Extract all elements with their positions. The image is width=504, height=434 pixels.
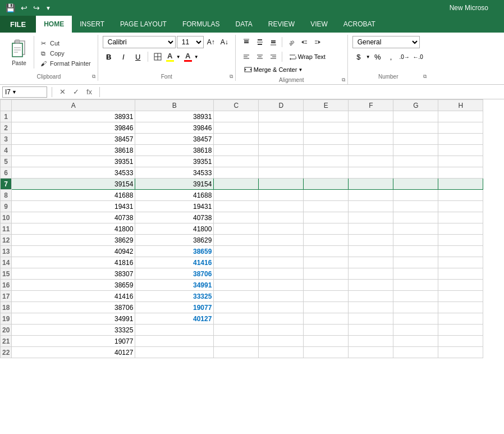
paste-button[interactable]: Paste bbox=[4, 36, 34, 68]
cell-a10[interactable]: 40738 bbox=[12, 212, 135, 223]
fill-color-button[interactable]: A bbox=[166, 52, 174, 62]
col-header-c[interactable]: C bbox=[214, 100, 259, 111]
cell-empty[interactable] bbox=[349, 313, 393, 325]
tab-home[interactable]: HOME bbox=[36, 16, 72, 33]
cell-empty[interactable] bbox=[214, 268, 259, 280]
cell-a16[interactable]: 38659 bbox=[12, 280, 135, 291]
cell-empty[interactable] bbox=[438, 134, 483, 145]
cell-empty[interactable] bbox=[438, 122, 483, 134]
cell-b1[interactable]: 38931 bbox=[135, 111, 214, 122]
cell-b19[interactable]: 40127 bbox=[135, 313, 214, 325]
cell-empty[interactable] bbox=[393, 313, 438, 325]
cell-a1[interactable]: 38931 bbox=[12, 111, 135, 122]
cell-a15[interactable]: 38307 bbox=[12, 268, 135, 280]
cell-empty[interactable] bbox=[259, 111, 304, 122]
cell-empty[interactable] bbox=[349, 347, 393, 358]
cell-empty[interactable] bbox=[259, 325, 304, 336]
cell-empty[interactable] bbox=[349, 336, 393, 347]
font-color-dropdown[interactable]: ▼ bbox=[194, 54, 199, 60]
cell-empty[interactable] bbox=[259, 145, 304, 156]
font-color-button[interactable]: A bbox=[184, 52, 192, 62]
cell-empty[interactable] bbox=[349, 201, 393, 212]
cell-empty[interactable] bbox=[304, 268, 349, 280]
cell-reference-box[interactable]: I7 ▼ bbox=[2, 86, 47, 98]
cell-b14[interactable]: 41416 bbox=[135, 257, 214, 268]
row-number[interactable]: 7 bbox=[1, 179, 12, 190]
cell-empty[interactable] bbox=[393, 179, 438, 190]
cell-b22[interactable] bbox=[135, 347, 214, 358]
cell-empty[interactable] bbox=[438, 145, 483, 156]
cell-empty[interactable] bbox=[349, 268, 393, 280]
cell-b10[interactable]: 40738 bbox=[135, 212, 214, 223]
cell-empty[interactable] bbox=[214, 223, 259, 235]
cell-a2[interactable]: 39846 bbox=[12, 122, 135, 134]
align-bottom-button[interactable] bbox=[267, 36, 280, 48]
cell-a13[interactable]: 40942 bbox=[12, 246, 135, 257]
formula-function-button[interactable]: fx bbox=[84, 86, 95, 98]
clipboard-expand-icon[interactable]: ⧉ bbox=[92, 74, 95, 80]
save-icon[interactable]: 💾 bbox=[4, 3, 16, 12]
row-number[interactable]: 20 bbox=[1, 325, 12, 336]
cell-empty[interactable] bbox=[349, 223, 393, 235]
cell-b17[interactable]: 33325 bbox=[135, 291, 214, 302]
cell-b3[interactable]: 38457 bbox=[135, 134, 214, 145]
cell-empty[interactable] bbox=[349, 246, 393, 257]
cell-empty[interactable] bbox=[214, 235, 259, 246]
cell-a20[interactable]: 33325 bbox=[12, 325, 135, 336]
cell-empty[interactable] bbox=[304, 134, 349, 145]
cell-empty[interactable] bbox=[393, 268, 438, 280]
cell-empty[interactable] bbox=[304, 302, 349, 313]
cell-empty[interactable] bbox=[393, 246, 438, 257]
cell-empty[interactable] bbox=[304, 111, 349, 122]
cell-empty[interactable] bbox=[259, 223, 304, 235]
tab-formulas[interactable]: FORMULAS bbox=[175, 16, 228, 33]
cell-empty[interactable] bbox=[304, 145, 349, 156]
cell-b11[interactable]: 41800 bbox=[135, 223, 214, 235]
tab-insert[interactable]: INSERT bbox=[72, 16, 112, 33]
cell-empty[interactable] bbox=[393, 201, 438, 212]
cell-empty[interactable] bbox=[349, 291, 393, 302]
cell-a12[interactable]: 38629 bbox=[12, 235, 135, 246]
cell-empty[interactable] bbox=[349, 167, 393, 179]
cell-empty[interactable] bbox=[393, 145, 438, 156]
cell-empty[interactable] bbox=[259, 201, 304, 212]
indent-increase-button[interactable] bbox=[311, 36, 324, 48]
col-header-a[interactable]: A bbox=[12, 100, 135, 111]
cell-empty[interactable] bbox=[259, 167, 304, 179]
cut-button[interactable]: ✂ Cut bbox=[36, 38, 93, 48]
cell-a7[interactable]: 39154 bbox=[12, 179, 135, 190]
row-number[interactable]: 18 bbox=[1, 302, 12, 313]
cell-b16[interactable]: 34991 bbox=[135, 280, 214, 291]
row-number[interactable]: 14 bbox=[1, 257, 12, 268]
col-header-b[interactable]: B bbox=[135, 100, 214, 111]
cell-a22[interactable]: 40127 bbox=[12, 347, 135, 358]
cell-empty[interactable] bbox=[438, 347, 483, 358]
cell-empty[interactable] bbox=[304, 212, 349, 223]
cell-b18[interactable]: 19077 bbox=[135, 302, 214, 313]
formula-confirm-button[interactable]: ✓ bbox=[70, 86, 81, 98]
cell-empty[interactable] bbox=[438, 179, 483, 190]
align-top-button[interactable] bbox=[240, 36, 253, 48]
row-number[interactable]: 22 bbox=[1, 347, 12, 358]
cell-empty[interactable] bbox=[259, 336, 304, 347]
merge-dropdown[interactable]: ▼ bbox=[298, 67, 303, 72]
cell-empty[interactable] bbox=[393, 235, 438, 246]
cell-empty[interactable] bbox=[438, 201, 483, 212]
cell-empty[interactable] bbox=[438, 212, 483, 223]
cell-empty[interactable] bbox=[393, 122, 438, 134]
cell-empty[interactable] bbox=[393, 347, 438, 358]
cell-empty[interactable] bbox=[259, 212, 304, 223]
cell-empty[interactable] bbox=[349, 122, 393, 134]
cell-empty[interactable] bbox=[393, 190, 438, 201]
cell-empty[interactable] bbox=[259, 190, 304, 201]
cell-b4[interactable]: 38618 bbox=[135, 145, 214, 156]
cell-empty[interactable] bbox=[304, 280, 349, 291]
cell-empty[interactable] bbox=[214, 134, 259, 145]
formula-input[interactable] bbox=[104, 88, 502, 96]
cell-empty[interactable] bbox=[349, 156, 393, 167]
cell-empty[interactable] bbox=[438, 167, 483, 179]
cell-a11[interactable]: 41800 bbox=[12, 223, 135, 235]
cell-empty[interactable] bbox=[259, 235, 304, 246]
cell-empty[interactable] bbox=[214, 212, 259, 223]
cell-empty[interactable] bbox=[393, 280, 438, 291]
